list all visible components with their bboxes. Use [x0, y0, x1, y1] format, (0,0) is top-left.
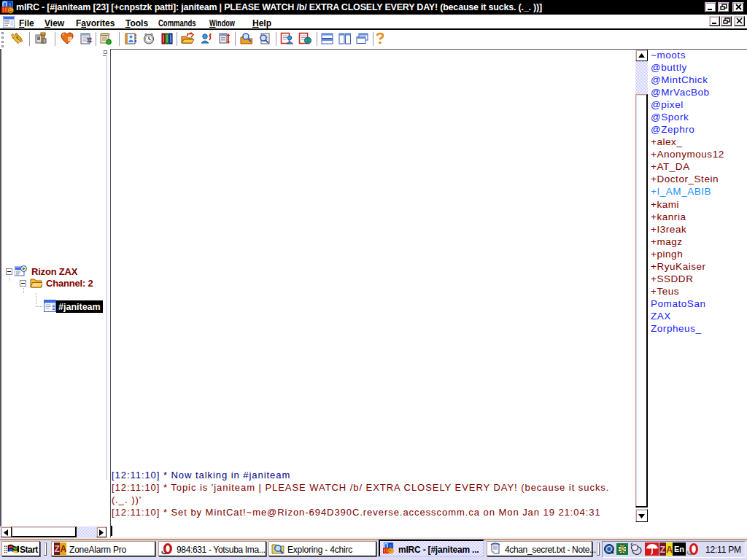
svg-text:A: A — [666, 545, 673, 555]
svg-text:Z: Z — [55, 544, 60, 554]
svg-text:Z: Z — [660, 545, 665, 555]
svg-text:A: A — [60, 544, 66, 554]
